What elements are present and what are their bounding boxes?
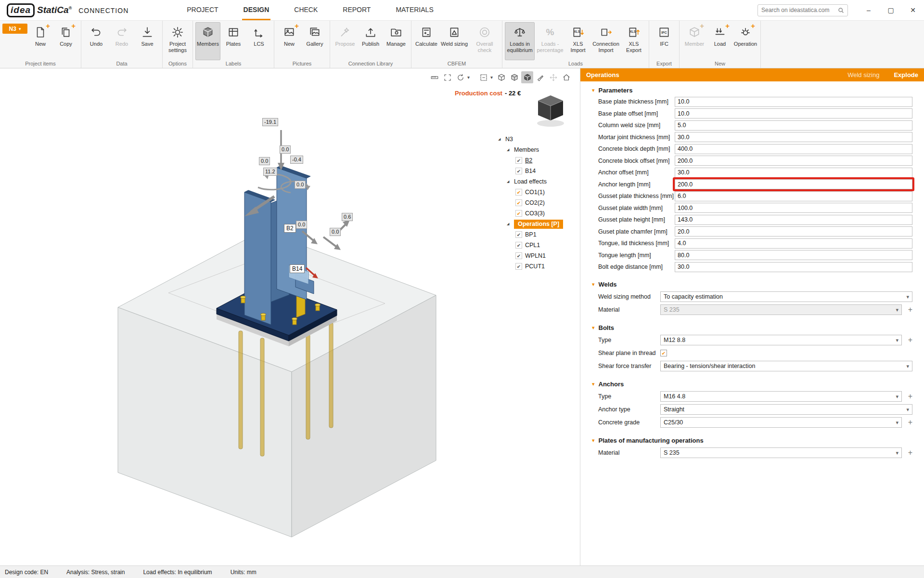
maximize-button[interactable]: ▢ bbox=[880, 0, 902, 20]
tree-item-b2[interactable]: ✔ B2 bbox=[494, 155, 576, 166]
labels-lcs-toggle[interactable]: LCS bbox=[246, 22, 271, 60]
manage-button[interactable]: Manage bbox=[384, 22, 409, 60]
checkbox-checked-icon[interactable]: ✔ bbox=[515, 189, 522, 196]
column-weld-size-input[interactable] bbox=[675, 120, 912, 131]
tree-item-b14[interactable]: ✔ B14 bbox=[494, 166, 576, 176]
add-anchor-type-button[interactable]: + bbox=[902, 392, 912, 401]
weld-material-select[interactable]: S 235 ▾ bbox=[660, 304, 902, 315]
shaded-view-button[interactable] bbox=[521, 71, 533, 83]
add-concrete-grade-button[interactable]: + bbox=[902, 418, 912, 427]
new-picture-button[interactable]: + New bbox=[277, 22, 302, 60]
loads-in-equilibrium-toggle[interactable]: Loads in equilibrium bbox=[505, 22, 535, 60]
weld-sizing-button[interactable]: Weld sizing bbox=[439, 22, 469, 60]
home-view-button[interactable] bbox=[560, 71, 572, 83]
move-view-button[interactable] bbox=[547, 71, 559, 83]
concrete-grade-select[interactable]: C25/30 ▾ bbox=[660, 417, 902, 428]
minimize-button[interactable]: – bbox=[858, 0, 880, 20]
labels-plates-toggle[interactable]: Plates bbox=[221, 22, 246, 60]
ifc-export-button[interactable]: IFC IFC bbox=[652, 22, 677, 60]
project-item-selector[interactable]: N3 ▾ bbox=[2, 24, 27, 34]
project-settings-button[interactable]: Project settings bbox=[165, 22, 190, 60]
checkbox-checked-icon[interactable]: ✔ bbox=[515, 242, 522, 249]
xls-import-button[interactable]: XLS XLS Import bbox=[565, 22, 590, 60]
checkbox-checked-icon[interactable]: ✔ bbox=[515, 263, 522, 270]
tree-item-bp1[interactable]: ✔ BP1 bbox=[494, 229, 576, 240]
undo-button[interactable]: Undo bbox=[84, 22, 109, 60]
gusset-plate-chamfer-input[interactable] bbox=[675, 226, 912, 236]
shear-plane-checkbox[interactable]: ✔ bbox=[660, 350, 667, 356]
chevron-down-icon[interactable]: ▾ bbox=[467, 75, 470, 80]
tree-node-operations[interactable]: ◢ Operations [P] bbox=[494, 219, 576, 229]
tab-check[interactable]: CHECK bbox=[293, 0, 319, 20]
bolt-type-select[interactable]: M12 8.8 ▾ bbox=[660, 335, 902, 345]
measure-button[interactable] bbox=[429, 71, 441, 83]
anchor-length-input[interactable] bbox=[675, 179, 912, 189]
tab-project[interactable]: PROJECT bbox=[185, 0, 219, 20]
zoom-extents-button[interactable] bbox=[442, 71, 454, 83]
tongue-lid-thickness-input[interactable] bbox=[675, 238, 912, 249]
new-operation-button[interactable]: + Operation bbox=[733, 22, 758, 60]
tab-design[interactable]: DESIGN bbox=[242, 0, 271, 20]
gallery-button[interactable]: Gallery bbox=[302, 22, 327, 60]
save-button[interactable]: Save bbox=[135, 22, 160, 60]
tree-item-co1[interactable]: ✔ CO1(1) bbox=[494, 187, 576, 197]
gusset-plate-width-input[interactable] bbox=[675, 203, 912, 213]
anchor-shape-select[interactable]: Straight ▾ bbox=[660, 404, 912, 415]
section-view-button[interactable] bbox=[478, 71, 490, 83]
tree-item-co2[interactable]: ✔ CO2(2) bbox=[494, 197, 576, 208]
shear-force-transfer-select[interactable]: Bearing - tension/shear interaction ▾ bbox=[660, 361, 912, 371]
concrete-block-offset-input[interactable] bbox=[675, 156, 912, 166]
section-bolts[interactable]: ▾ Bolts bbox=[580, 322, 924, 334]
bolt-edge-distance-input[interactable] bbox=[675, 262, 912, 272]
xls-export-button[interactable]: XLS XLS Export bbox=[621, 22, 646, 60]
navigation-cube[interactable] bbox=[530, 92, 572, 131]
wireframe-view-button[interactable] bbox=[495, 71, 507, 83]
search-box[interactable] bbox=[757, 4, 848, 16]
chevron-down-icon[interactable]: ▾ bbox=[490, 75, 493, 80]
section-welds[interactable]: ▾ Welds bbox=[580, 279, 924, 290]
mortar-joint-thickness-input[interactable] bbox=[675, 132, 912, 142]
tree-item-cpl1[interactable]: ✔ CPL1 bbox=[494, 240, 576, 250]
new-project-item-button[interactable]: + New bbox=[28, 22, 53, 60]
3d-scene[interactable] bbox=[0, 68, 580, 565]
plate-material-select[interactable]: S 235 ▾ bbox=[660, 447, 902, 458]
tongue-length-input[interactable] bbox=[675, 250, 912, 260]
tree-node-n3[interactable]: ◢ N3 bbox=[494, 134, 576, 144]
section-plates[interactable]: ▾ Plates of manufacturing operations bbox=[580, 435, 924, 447]
labels-members-toggle[interactable]: Members bbox=[195, 22, 220, 60]
weld-sizing-method-select[interactable]: To capacity estimation ▾ bbox=[660, 291, 912, 302]
section-parameters[interactable]: ▾ Parameters bbox=[580, 84, 924, 96]
copy-project-item-button[interactable]: + Copy bbox=[53, 22, 78, 60]
new-load-button[interactable]: + Load bbox=[707, 22, 732, 60]
anchor-type-select[interactable]: M16 4.8 ▾ bbox=[660, 391, 902, 402]
tree-item-co3[interactable]: ✔ CO3(3) bbox=[494, 208, 576, 219]
propose-button[interactable]: Propose bbox=[333, 22, 358, 60]
overall-check-button[interactable]: Overall check bbox=[470, 22, 500, 60]
tree-node-members[interactable]: ◢ Members bbox=[494, 144, 576, 155]
loads-percentage-toggle[interactable]: % Loads - percentage bbox=[535, 22, 565, 60]
redo-button[interactable]: Redo bbox=[109, 22, 134, 60]
panel-weld-sizing-button[interactable]: Weld sizing bbox=[847, 71, 879, 79]
gusset-plate-height-input[interactable] bbox=[675, 215, 912, 225]
tree-node-load-effects[interactable]: ◢ Load effects bbox=[494, 176, 576, 187]
checkbox-checked-icon[interactable]: ✔ bbox=[515, 252, 522, 259]
add-bolt-type-button[interactable]: + bbox=[902, 336, 912, 344]
close-button[interactable]: ✕ bbox=[902, 0, 924, 20]
concrete-block-depth-input[interactable] bbox=[675, 144, 912, 154]
search-input[interactable] bbox=[761, 7, 838, 13]
checkbox-checked-icon[interactable]: ✔ bbox=[515, 199, 522, 206]
tree-item-wpln1[interactable]: ✔ WPLN1 bbox=[494, 250, 576, 261]
viewport-3d[interactable]: -19.1 0.0 -0.4 0.0 11.2 0.0 0.6 0.0 0.0 … bbox=[0, 68, 580, 565]
checkbox-checked-icon[interactable]: ✔ bbox=[515, 168, 522, 174]
publish-button[interactable]: Publish bbox=[358, 22, 383, 60]
paint-button[interactable] bbox=[534, 71, 546, 83]
rotate-view-button[interactable] bbox=[455, 71, 467, 83]
tree-item-pcut1[interactable]: ✔ PCUT1 bbox=[494, 261, 576, 272]
connection-import-button[interactable]: Connection Import bbox=[591, 22, 621, 60]
tab-materials[interactable]: MATERIALS bbox=[394, 0, 435, 20]
checkbox-checked-icon[interactable]: ✔ bbox=[515, 210, 522, 217]
anchor-offset-input[interactable] bbox=[675, 168, 912, 178]
add-plate-material-button[interactable]: + bbox=[902, 448, 912, 457]
section-anchors[interactable]: ▾ Anchors bbox=[580, 379, 924, 390]
checkbox-checked-icon[interactable]: ✔ bbox=[515, 157, 522, 164]
